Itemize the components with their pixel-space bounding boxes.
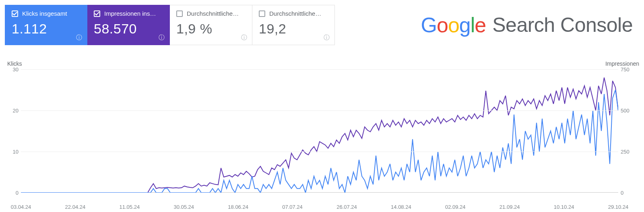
help-icon[interactable]: ⓘ <box>322 33 330 42</box>
x-tick: 02.09.24 <box>445 204 466 210</box>
plot-area[interactable]: 01020300250500750 <box>21 69 618 193</box>
metric-value: 58.570 <box>94 21 163 37</box>
metric-card-ctr[interactable]: Durchschnittliche… 1,9 % ⓘ <box>170 5 252 45</box>
metric-value: 1,9 % <box>176 21 246 37</box>
x-tick: 03.04.24 <box>11 204 31 210</box>
help-icon[interactable]: ⓘ <box>75 33 83 42</box>
x-tick: 11.05.24 <box>120 204 140 210</box>
x-tick: 07.07.24 <box>282 204 303 210</box>
x-tick: 14.08.24 <box>391 204 411 210</box>
x-tick: 29.10.24 <box>608 204 629 210</box>
checkbox-icon <box>12 10 18 17</box>
x-tick: 30.05.24 <box>173 204 194 210</box>
y-tick-left: 30 <box>9 67 19 73</box>
y-tick-right: 750 <box>621 67 634 73</box>
x-tick: 18.06.24 <box>228 204 248 210</box>
y-tick-left: 20 <box>9 108 19 114</box>
x-tick: 22.04.24 <box>65 204 86 210</box>
metric-value: 19,2 <box>259 21 328 37</box>
google-search-console-logo: Google Search Console <box>421 13 633 37</box>
y-tick-left: 10 <box>9 149 19 155</box>
y-tick-right: 500 <box>621 108 634 114</box>
metric-card-impressions[interactable]: Impressionen ins… 58.570 ⓘ <box>87 5 170 45</box>
x-tick: 26.07.24 <box>336 204 357 210</box>
search-console-word: Search Console <box>492 13 633 37</box>
checkbox-icon <box>94 10 100 17</box>
performance-chart: Klicks Impressionen 01020300250500750 03… <box>5 60 639 206</box>
metric-label: Impressionen ins… <box>104 10 156 17</box>
metric-label: Klicks insgesamt <box>22 10 67 17</box>
x-tick: 10.10.24 <box>554 204 574 210</box>
y-tick-right: 250 <box>621 149 634 155</box>
help-icon[interactable]: ⓘ <box>240 33 248 42</box>
checkbox-icon <box>259 10 265 17</box>
help-icon[interactable]: ⓘ <box>157 33 165 42</box>
y-tick-left: 0 <box>9 190 19 196</box>
checkbox-icon <box>176 10 183 17</box>
google-word: Google <box>421 13 486 37</box>
metric-card-clicks[interactable]: Klicks insgesamt 1.112 ⓘ <box>5 5 87 45</box>
metric-card-position[interactable]: Durchschnittliche… 19,2 ⓘ <box>252 5 335 45</box>
x-tick: 21.09.24 <box>500 204 520 210</box>
metric-value: 1.112 <box>12 21 80 37</box>
metric-label: Durchschnittliche… <box>269 10 321 17</box>
chart-lines <box>21 69 618 193</box>
y-tick-right: 0 <box>621 190 634 196</box>
metric-label: Durchschnittliche… <box>187 10 239 17</box>
